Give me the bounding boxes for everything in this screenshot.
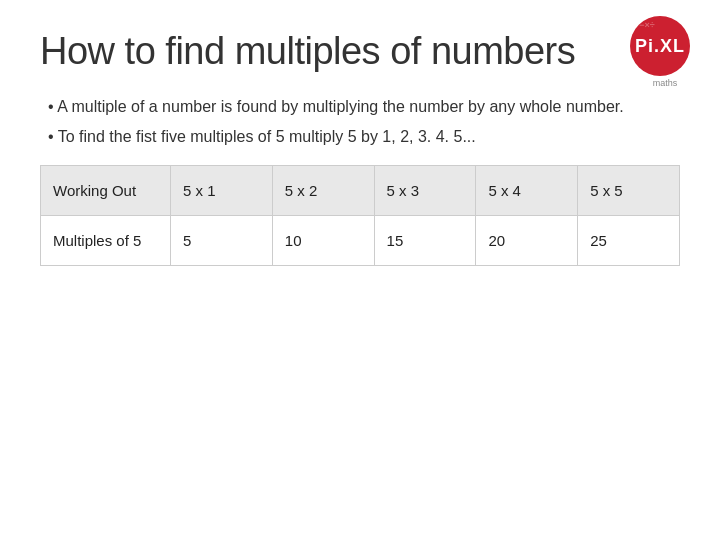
table-row-working-out: Working Out 5 x 1 5 x 2 5 x 3 5 x 4 5 x … bbox=[41, 166, 680, 216]
logo-badge: +−×÷ Pi.XL maths bbox=[630, 16, 700, 76]
multiples-table: Working Out 5 x 1 5 x 2 5 x 3 5 x 4 5 x … bbox=[40, 165, 680, 266]
bullet-item-2: To find the fist five multiples of 5 mul… bbox=[40, 125, 680, 149]
logo-text: Pi.XL bbox=[635, 36, 685, 57]
logo-subtext: maths bbox=[630, 78, 700, 88]
multiples-col3: 15 bbox=[374, 216, 476, 266]
table-row-multiples: Multiples of 5 5 10 15 20 25 bbox=[41, 216, 680, 266]
working-out-col3: 5 x 3 bbox=[374, 166, 476, 216]
multiples-label: Multiples of 5 bbox=[41, 216, 171, 266]
logo-circle: +−×÷ Pi.XL bbox=[630, 16, 690, 76]
multiples-col2: 10 bbox=[272, 216, 374, 266]
working-out-col1: 5 x 1 bbox=[171, 166, 273, 216]
working-out-col4: 5 x 4 bbox=[476, 166, 578, 216]
working-out-col2: 5 x 2 bbox=[272, 166, 374, 216]
bullet-section: A multiple of a number is found by multi… bbox=[40, 95, 680, 149]
page-title: How to find multiples of numbers bbox=[40, 30, 680, 73]
working-out-label: Working Out bbox=[41, 166, 171, 216]
bullet-item-1: A multiple of a number is found by multi… bbox=[40, 95, 680, 119]
multiples-col1: 5 bbox=[171, 216, 273, 266]
multiples-col4: 20 bbox=[476, 216, 578, 266]
main-content: How to find multiples of numbers A multi… bbox=[0, 0, 720, 286]
multiples-col5: 25 bbox=[578, 216, 680, 266]
working-out-col5: 5 x 5 bbox=[578, 166, 680, 216]
